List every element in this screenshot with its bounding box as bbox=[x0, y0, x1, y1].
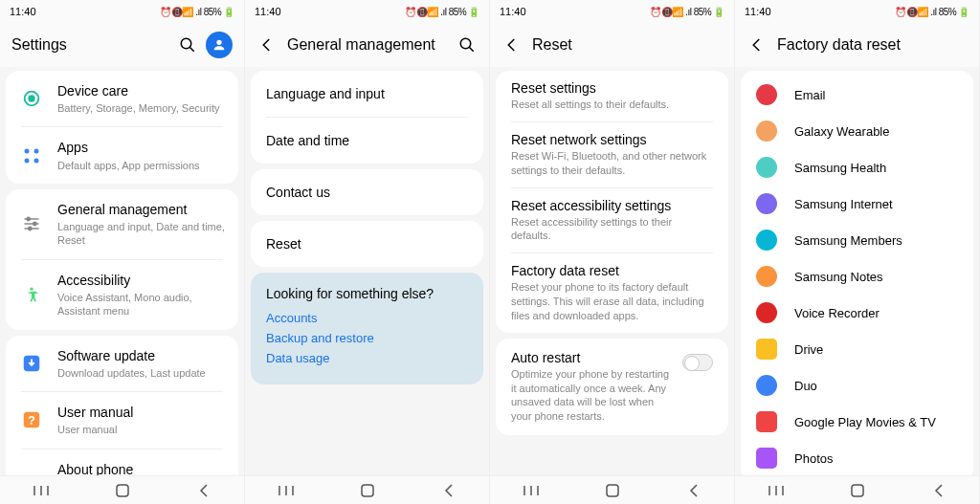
nav-bar bbox=[490, 475, 734, 504]
profile-icon[interactable] bbox=[206, 32, 233, 58]
nav-back[interactable] bbox=[430, 483, 468, 498]
nav-home[interactable] bbox=[348, 483, 387, 498]
nav-recents[interactable] bbox=[267, 484, 305, 497]
app-list-item: Email bbox=[741, 77, 973, 113]
app-list-item: Drive bbox=[741, 331, 973, 367]
status-indicators: ⏰📵📶 .ıl 85% 🔋 bbox=[650, 7, 724, 17]
link-data-usage[interactable]: Data usage bbox=[266, 351, 468, 365]
item-title: Apps bbox=[57, 139, 225, 156]
reset-options-card: Reset settingsReset all settings to thei… bbox=[496, 71, 728, 333]
app-icon bbox=[756, 411, 777, 432]
svg-point-7 bbox=[25, 158, 30, 163]
reset-option[interactable]: Reset network settingsReset Wi-Fi, Bluet… bbox=[496, 122, 728, 187]
back-icon[interactable] bbox=[746, 34, 768, 55]
app-icon bbox=[756, 193, 777, 214]
item-title: General management bbox=[57, 201, 225, 218]
svg-line-26 bbox=[469, 47, 474, 52]
app-list-item: Samsung Members bbox=[741, 222, 973, 258]
app-name: Samsung Notes bbox=[794, 270, 883, 284]
screen-reset: 11:40 ⏰📵📶 .ıl 85% 🔋 Reset Reset settings… bbox=[490, 0, 735, 504]
reset-option[interactable]: Factory data resetReset your phone to it… bbox=[496, 253, 728, 333]
settings-item-accessibility[interactable]: AccessibilityVoice Assistant, Mono audio… bbox=[6, 260, 238, 330]
app-icon bbox=[756, 266, 777, 287]
item-date-time[interactable]: Date and time bbox=[251, 118, 483, 164]
settings-item-update[interactable]: Software updateDownload updates, Last up… bbox=[6, 336, 238, 391]
app-name: Galaxy Wearable bbox=[794, 124, 889, 139]
reset-option-title: Factory data reset bbox=[511, 263, 713, 278]
card-contact: Contact us bbox=[251, 169, 483, 215]
nav-recents[interactable] bbox=[757, 484, 795, 497]
page-title: General management bbox=[287, 36, 449, 54]
nav-bar bbox=[735, 475, 979, 504]
back-icon[interactable] bbox=[256, 34, 278, 55]
general-icon bbox=[19, 211, 44, 236]
item-title: About phone bbox=[57, 461, 225, 476]
status-time: 11:40 bbox=[500, 6, 526, 17]
card-lang-date: Language and input Date and time bbox=[251, 71, 483, 164]
nav-home[interactable] bbox=[593, 483, 632, 498]
settings-card: Device careBattery, Storage, Memory, Sec… bbox=[6, 71, 238, 184]
back-icon[interactable] bbox=[501, 34, 523, 55]
item-title: Software update bbox=[57, 347, 225, 364]
link-accounts[interactable]: Accounts bbox=[266, 311, 468, 325]
nav-back[interactable] bbox=[920, 483, 958, 498]
item-contact-us[interactable]: Contact us bbox=[251, 169, 483, 215]
nav-bar bbox=[0, 475, 244, 504]
item-subtitle: User manual bbox=[57, 423, 225, 436]
app-icon bbox=[756, 84, 777, 105]
nav-home[interactable] bbox=[103, 483, 142, 498]
svg-line-1 bbox=[189, 47, 194, 52]
app-icon bbox=[756, 339, 777, 360]
nav-back[interactable] bbox=[185, 483, 223, 498]
item-reset[interactable]: Reset bbox=[251, 221, 483, 267]
status-indicators: ⏰📵📶 .ıl 85% 🔋 bbox=[895, 7, 969, 17]
svg-point-5 bbox=[25, 148, 30, 153]
link-backup-restore[interactable]: Backup and restore bbox=[266, 331, 468, 345]
search-icon[interactable] bbox=[457, 34, 478, 55]
item-language-input[interactable]: Language and input bbox=[251, 71, 483, 117]
app-name: Drive bbox=[794, 342, 823, 357]
svg-point-12 bbox=[27, 218, 30, 221]
app-list-item: Samsung Internet bbox=[741, 186, 973, 222]
item-title: Accessibility bbox=[57, 272, 225, 289]
looking-title: Looking for something else? bbox=[266, 286, 468, 301]
reset-option[interactable]: Reset accessibility settingsReset access… bbox=[496, 188, 728, 253]
settings-item-manual[interactable]: ?User manualUser manual bbox=[6, 392, 238, 448]
update-icon bbox=[19, 351, 44, 376]
app-name: Samsung Health bbox=[794, 161, 886, 175]
settings-item-general[interactable]: General managementLanguage and input, Da… bbox=[6, 189, 238, 259]
status-indicators: ⏰📵📶 .ıl 85% 🔋 bbox=[160, 7, 234, 17]
settings-item-apps[interactable]: AppsDefault apps, App permissions bbox=[6, 127, 238, 183]
status-indicators: ⏰📵📶 .ıl 85% 🔋 bbox=[405, 7, 479, 17]
item-auto-restart[interactable]: Auto restart Optimize your phone by rest… bbox=[496, 339, 728, 435]
auto-restart-toggle[interactable] bbox=[682, 354, 713, 371]
nav-recents[interactable] bbox=[512, 484, 550, 497]
reset-option-subtitle: Reset accessibility settings to their de… bbox=[511, 215, 713, 244]
svg-point-8 bbox=[34, 158, 39, 163]
svg-point-13 bbox=[33, 223, 36, 226]
nav-back[interactable] bbox=[675, 483, 713, 498]
app-list-item: Duo bbox=[741, 367, 973, 404]
app-list-item: Photos bbox=[741, 440, 973, 475]
status-bar: 11:40 ⏰📵📶 .ıl 85% 🔋 bbox=[245, 0, 489, 23]
reset-option-subtitle: Reset your phone to its factory default … bbox=[511, 280, 713, 323]
svg-rect-30 bbox=[362, 485, 373, 496]
auto-restart-subtitle: Optimize your phone by restarting it aut… bbox=[511, 367, 675, 424]
card-reset: Reset bbox=[251, 221, 483, 267]
nav-home[interactable] bbox=[838, 483, 877, 498]
app-icon bbox=[756, 448, 777, 469]
app-icon bbox=[756, 302, 777, 323]
item-title: Device care bbox=[57, 82, 225, 99]
search-icon[interactable] bbox=[177, 34, 198, 55]
app-name: Duo bbox=[794, 379, 817, 393]
device-care-icon bbox=[19, 86, 44, 111]
settings-item-about[interactable]: iAbout phoneStatus, Legal information, P… bbox=[6, 449, 238, 476]
svg-point-15 bbox=[30, 288, 33, 291]
settings-item-device-care[interactable]: Device careBattery, Storage, Memory, Sec… bbox=[6, 71, 238, 126]
auto-restart-title: Auto restart bbox=[511, 350, 675, 365]
app-icon bbox=[756, 230, 777, 251]
reset-option[interactable]: Reset settingsReset all settings to thei… bbox=[496, 71, 728, 121]
apps-list-card: EmailGalaxy WearableSamsung HealthSamsun… bbox=[741, 71, 973, 475]
nav-recents[interactable] bbox=[22, 484, 60, 497]
header: Settings bbox=[0, 23, 244, 67]
